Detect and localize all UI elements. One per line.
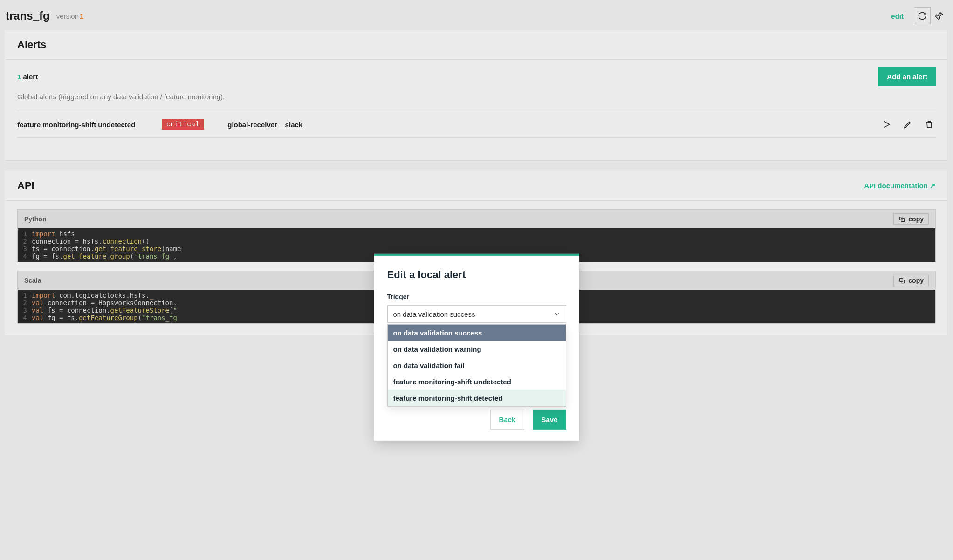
- line-number: 4: [18, 253, 32, 260]
- alert-count-number: 1: [17, 73, 21, 81]
- trigger-label: Trigger: [387, 293, 566, 300]
- chevron-down-icon: [554, 311, 560, 317]
- alert-count-word: alert: [23, 73, 38, 81]
- alert-count: 1 alert: [17, 73, 38, 81]
- play-icon: [882, 120, 891, 129]
- line-number: 2: [18, 299, 32, 307]
- line-number: 3: [18, 245, 32, 253]
- alerts-card: Alerts 1 alert Add an alert Global alert…: [6, 30, 947, 161]
- copy-icon: [898, 277, 905, 284]
- trigger-dropdown: on data validation successon data valida…: [387, 324, 566, 351]
- trash-icon: [925, 120, 934, 129]
- svg-marker-0: [884, 121, 890, 127]
- pin-icon: [934, 11, 944, 20]
- code-lang-label: Python: [24, 215, 46, 223]
- alert-row: feature monitoring-shift undetected crit…: [17, 111, 936, 138]
- alerts-title: Alerts: [17, 39, 936, 51]
- copy-button[interactable]: copy: [893, 275, 929, 286]
- line-number: 1: [18, 230, 32, 238]
- severity-badge: critical: [162, 119, 204, 130]
- edit-link[interactable]: edit: [891, 12, 904, 20]
- edit-alert-button[interactable]: [901, 118, 914, 131]
- copy-button[interactable]: copy: [893, 213, 929, 225]
- edit-alert-modal: Edit a local alert Trigger on data valid…: [374, 254, 579, 351]
- line-number: 2: [18, 238, 32, 245]
- refresh-icon: [918, 11, 927, 20]
- alert-receiver: global-receiver__slack: [227, 121, 302, 129]
- refresh-button[interactable]: [914, 7, 931, 24]
- alerts-hint: Global alerts (triggered on any data val…: [17, 93, 936, 101]
- version-number: 1: [80, 12, 83, 20]
- dropdown-option[interactable]: on data validation warning: [388, 341, 566, 351]
- pin-button[interactable]: [931, 7, 947, 24]
- run-alert-button[interactable]: [880, 118, 893, 131]
- trigger-select[interactable]: on data validation success on data valid…: [387, 305, 566, 323]
- line-number: 3: [18, 307, 32, 314]
- page-title: trans_fg: [6, 9, 50, 22]
- line-number: 4: [18, 314, 32, 321]
- copy-icon: [898, 216, 905, 223]
- api-title: API: [17, 180, 34, 192]
- trigger-selected-value: on data validation success: [393, 310, 475, 318]
- dropdown-option[interactable]: on data validation success: [388, 325, 566, 341]
- api-doc-link[interactable]: API documentation ↗: [864, 182, 936, 190]
- version-label: version: [56, 12, 79, 20]
- delete-alert-button[interactable]: [923, 118, 936, 131]
- add-alert-button[interactable]: Add an alert: [878, 67, 936, 86]
- modal-title: Edit a local alert: [387, 269, 566, 281]
- line-number: 1: [18, 292, 32, 299]
- alert-name: feature monitoring-shift undetected: [17, 121, 152, 129]
- page-header: trans_fg version 1 edit: [6, 6, 947, 30]
- pencil-icon: [903, 120, 912, 129]
- code-lang-label: Scala: [24, 277, 41, 284]
